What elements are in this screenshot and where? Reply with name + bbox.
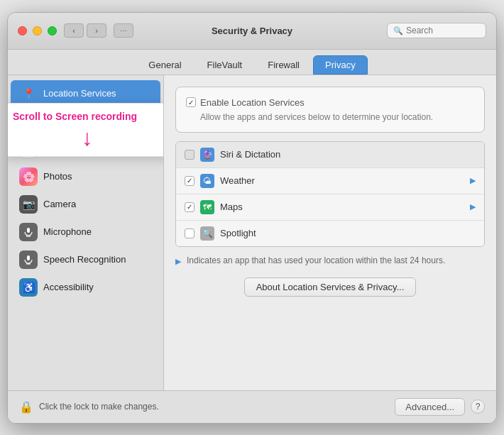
maps-arrow: ▶: [470, 202, 476, 211]
maximize-button[interactable]: [48, 26, 57, 35]
sidebar-label-photos: Photos: [43, 171, 72, 182]
siri-label: Siri & Dictation: [220, 149, 476, 160]
sidebar-item-photos[interactable]: 🌸 Photos: [11, 163, 160, 190]
scroll-tooltip: Scroll to Screen recording ↓: [8, 103, 164, 157]
hint-arrow-icon: ▶: [175, 257, 181, 266]
sidebar-label-speech: Speech Recognition: [43, 254, 126, 265]
sidebar-item-speech[interactable]: Speech Recognition: [11, 246, 160, 273]
main-panel: ✓ Enable Location Services Allow the app…: [164, 75, 496, 390]
help-button[interactable]: ?: [471, 400, 485, 414]
sidebar: 📍 Location Services Scroll to Screen rec…: [8, 75, 164, 390]
tab-bar: General FileVault Firewall Privacy: [8, 50, 496, 75]
bottom-bar: 🔒 Click the lock to make changes. Advanc…: [8, 390, 496, 423]
search-box[interactable]: 🔍: [387, 23, 486, 38]
list-item[interactable]: 🔮 Siri & Dictation: [176, 142, 484, 168]
weather-label: Weather: [220, 175, 464, 186]
spotlight-checkbox[interactable]: [185, 228, 195, 238]
svg-rect-3: [27, 228, 30, 233]
forward-button[interactable]: ›: [87, 23, 106, 38]
maps-icon: 🗺: [200, 200, 214, 214]
sidebar-item-microphone[interactable]: Microphone: [11, 219, 160, 246]
lock-icon[interactable]: 🔒: [19, 400, 33, 414]
sidebar-item-accessibility[interactable]: ♿ Accessibility: [11, 274, 160, 301]
content-area: 📍 Location Services Scroll to Screen rec…: [8, 75, 496, 390]
tab-filevault[interactable]: FileVault: [195, 55, 255, 75]
window-title: Security & Privacy: [212, 26, 292, 36]
sidebar-item-location-wrap: 📍 Location Services Scroll to Screen rec…: [8, 80, 163, 107]
enable-desc: Allow the apps and services below to det…: [200, 112, 474, 122]
list-item[interactable]: 🔍 Spotlight: [176, 221, 484, 246]
tab-firewall[interactable]: Firewall: [256, 55, 312, 75]
main-window: ‹ › ⋯ Security & Privacy 🔍 General FileV…: [7, 12, 497, 424]
photos-icon: 🌸: [19, 167, 38, 186]
traffic-lights: [18, 26, 57, 35]
sidebar-label-camera: Camera: [43, 199, 76, 209]
about-button[interactable]: About Location Services & Privacy...: [244, 277, 417, 297]
hint-row: ▶ Indicates an app that has used your lo…: [175, 255, 485, 266]
grid-button[interactable]: ⋯: [114, 23, 133, 38]
tab-general[interactable]: General: [136, 55, 193, 75]
microphone-icon: [19, 223, 38, 241]
lock-text: Click the lock to make changes.: [39, 402, 389, 412]
list-item[interactable]: ✓ 🗺 Maps ▶: [176, 194, 484, 221]
enable-row: ✓ Enable Location Services: [186, 97, 474, 108]
speech-icon: [19, 250, 38, 269]
minimize-button[interactable]: [33, 26, 42, 35]
nav-buttons: ‹ ›: [64, 23, 106, 38]
siri-icon: 🔮: [200, 148, 214, 162]
app-list: 🔮 Siri & Dictation ✓ 🌤 Weather ▶ ✓ 🗺 Map…: [175, 141, 485, 247]
titlebar: ‹ › ⋯ Security & Privacy 🔍: [8, 13, 496, 50]
sidebar-label-location: Location Services: [43, 88, 116, 99]
camera-icon: 📷: [19, 195, 38, 214]
spotlight-label: Spotlight: [220, 228, 476, 238]
spotlight-icon: 🔍: [200, 226, 214, 241]
hint-text: Indicates an app that has used your loca…: [187, 255, 445, 265]
advanced-button[interactable]: Advanced...: [395, 398, 465, 416]
svg-rect-6: [27, 255, 30, 260]
sidebar-item-camera[interactable]: 📷 Camera: [11, 191, 160, 218]
accessibility-icon: ♿: [19, 278, 38, 297]
close-button[interactable]: [18, 26, 27, 35]
maps-label: Maps: [220, 202, 464, 212]
search-input[interactable]: [406, 26, 480, 35]
sidebar-label-accessibility: Accessibility: [43, 282, 94, 292]
maps-checkbox[interactable]: ✓: [185, 202, 195, 212]
tooltip-text: Scroll to Screen recording: [13, 111, 162, 122]
location-icon: 📍: [19, 84, 38, 103]
list-item[interactable]: ✓ 🌤 Weather ▶: [176, 168, 484, 194]
sidebar-label-microphone: Microphone: [43, 226, 92, 237]
tooltip-arrow: ↓: [13, 126, 162, 149]
weather-checkbox[interactable]: ✓: [185, 176, 195, 186]
enable-section: ✓ Enable Location Services Allow the app…: [175, 87, 485, 133]
enable-checkbox[interactable]: ✓: [186, 97, 196, 107]
search-icon: 🔍: [393, 26, 403, 35]
weather-arrow: ▶: [470, 176, 476, 185]
back-button[interactable]: ‹: [64, 23, 84, 38]
enable-label: Enable Location Services: [200, 97, 305, 108]
weather-icon: 🌤: [200, 174, 214, 188]
tab-privacy[interactable]: Privacy: [313, 55, 368, 75]
siri-checkbox[interactable]: [185, 150, 195, 160]
